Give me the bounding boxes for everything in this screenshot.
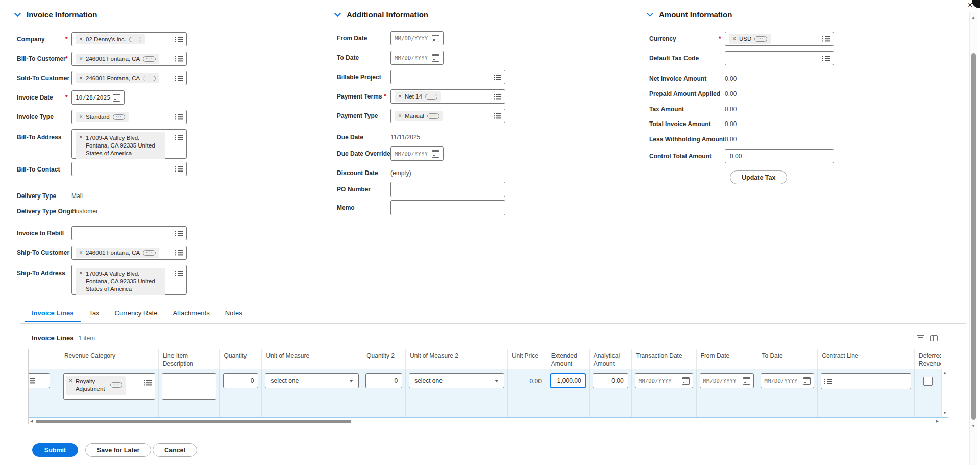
chevron-down-icon[interactable] (334, 10, 341, 17)
tab-currency-rate[interactable]: Currency Rate (115, 309, 158, 322)
scroll-left-icon[interactable]: ◀ (30, 419, 33, 423)
prompt-icon[interactable] (175, 166, 183, 172)
related-actions-icon[interactable]: ··· (143, 76, 156, 81)
row-menu-field[interactable] (29, 373, 50, 388)
line-item-description-input[interactable] (162, 373, 216, 400)
remove-icon[interactable]: × (79, 270, 83, 276)
prompt-icon[interactable] (175, 36, 183, 42)
invoice-to-rebill-field[interactable] (71, 226, 187, 240)
tab-invoice-lines[interactable]: Invoice Lines (32, 309, 74, 322)
horizontal-scroll-thumb[interactable] (36, 420, 351, 423)
scroll-down-icon[interactable]: ▼ (971, 424, 975, 428)
bill-to-customer-field[interactable]: × 246001 Fontana, CA ··· (71, 52, 187, 66)
prompt-icon[interactable] (822, 55, 830, 61)
remove-icon[interactable]: × (79, 36, 83, 42)
remove-icon[interactable]: × (69, 378, 72, 384)
chevron-down-icon[interactable] (14, 10, 21, 17)
related-actions-icon[interactable]: ··· (425, 94, 438, 100)
related-actions-icon[interactable]: ··· (129, 37, 142, 42)
ship-to-customer-field[interactable]: × 246001 Fontana, CA ··· (71, 246, 187, 260)
currency-field[interactable]: × USD ··· (725, 32, 834, 46)
line-to-date-field[interactable]: MM/DD/YYYY (761, 373, 814, 388)
invoice-type-field[interactable]: × Standard ··· (71, 110, 187, 124)
tab-attachments[interactable]: Attachments (173, 309, 209, 322)
analytical-amount-input[interactable] (593, 373, 628, 388)
unit-of-measure-2-select[interactable]: select one (409, 373, 504, 388)
remove-icon[interactable]: × (732, 36, 736, 42)
prompt-icon[interactable] (494, 113, 501, 119)
related-actions-icon[interactable]: ··· (754, 36, 767, 42)
scroll-right-icon[interactable]: ▶ (936, 419, 939, 423)
calendar-icon[interactable] (432, 54, 439, 62)
calendar-icon[interactable] (743, 377, 750, 385)
quantity-input[interactable] (223, 373, 259, 388)
calendar-icon[interactable] (682, 377, 690, 385)
update-tax-button[interactable]: Update Tax (730, 170, 787, 184)
billable-project-field[interactable] (390, 70, 505, 84)
related-actions-icon[interactable]: ··· (113, 114, 126, 120)
related-actions-icon[interactable]: ··· (143, 250, 156, 256)
prompt-icon[interactable] (175, 250, 183, 256)
memo-input[interactable] (390, 200, 505, 215)
prompt-icon[interactable] (175, 230, 183, 236)
remove-icon[interactable]: × (398, 93, 402, 100)
prompt-icon[interactable] (494, 74, 501, 80)
filter-icon[interactable] (917, 335, 924, 341)
invoice-date-field[interactable]: 10/28/2025 (71, 90, 125, 105)
company-field[interactable]: × 02 Denny's Inc. ··· (71, 32, 187, 46)
from-date-field[interactable]: MM/DD/YYYY (390, 31, 444, 45)
remove-icon[interactable]: × (79, 134, 83, 140)
calendar-icon[interactable] (113, 94, 120, 102)
prompt-icon[interactable] (494, 93, 501, 100)
quantity-2-input[interactable] (365, 373, 402, 388)
remove-icon[interactable]: × (79, 75, 83, 81)
calendar-icon[interactable] (803, 377, 811, 385)
remove-icon[interactable]: × (79, 114, 83, 120)
transaction-date-field[interactable]: MM/DD/YYYY (635, 373, 693, 388)
contract-line-field[interactable] (821, 373, 911, 389)
scroll-up-icon[interactable]: ▲ (943, 371, 947, 375)
payment-type-field[interactable]: × Manual ··· (390, 109, 505, 123)
due-date-override-field[interactable]: MM/DD/YYYY (390, 146, 444, 161)
remove-icon[interactable]: × (79, 250, 83, 256)
prompt-icon[interactable] (175, 114, 183, 120)
extended-amount-input[interactable] (550, 373, 586, 388)
related-actions-icon[interactable]: ··· (110, 382, 123, 388)
prompt-icon[interactable] (175, 56, 183, 62)
bill-to-contact-field[interactable] (71, 162, 187, 176)
control-total-amount-input[interactable] (725, 149, 834, 163)
sold-to-customer-field[interactable]: × 246001 Fontana, CA ··· (71, 71, 187, 85)
remove-icon[interactable]: × (398, 113, 402, 119)
deferred-revenue-checkbox[interactable] (923, 377, 933, 386)
prompt-icon[interactable] (144, 380, 152, 386)
tab-notes[interactable]: Notes (225, 309, 242, 322)
expand-icon[interactable] (944, 335, 950, 341)
to-date-field[interactable]: MM/DD/YYYY (390, 51, 444, 65)
cancel-button[interactable]: Cancel (153, 443, 197, 457)
bill-to-address-field[interactable]: × 17009-A Valley Blvd. Fontana, CA 92335… (71, 129, 187, 159)
remove-icon[interactable]: × (79, 56, 83, 62)
calendar-icon[interactable] (432, 35, 439, 42)
prompt-icon[interactable] (822, 36, 830, 42)
payment-terms-field[interactable]: × Net 14 ··· (390, 89, 505, 104)
prompt-icon[interactable] (175, 270, 183, 276)
scroll-up-icon[interactable]: ▲ (971, 15, 975, 20)
submit-button[interactable]: Submit (32, 443, 78, 457)
default-tax-code-field[interactable] (725, 51, 834, 65)
tab-tax[interactable]: Tax (89, 309, 99, 322)
prompt-icon[interactable] (29, 378, 35, 384)
po-number-input[interactable] (390, 182, 505, 197)
prompt-icon[interactable] (175, 134, 183, 140)
ship-to-address-field[interactable]: × 17009-A Valley Blvd. Fontana, CA 92335… (71, 265, 187, 295)
line-from-date-field[interactable]: MM/DD/YYYY (700, 373, 754, 388)
grid-view-icon[interactable] (930, 335, 938, 341)
scroll-down-icon[interactable]: ▼ (943, 411, 947, 415)
chevron-down-icon[interactable] (647, 10, 653, 17)
unit-of-measure-select[interactable]: select one (265, 373, 359, 388)
related-actions-icon[interactable]: ··· (143, 56, 156, 62)
related-actions-icon[interactable]: ··· (427, 113, 440, 119)
save-for-later-button[interactable]: Save for Later (85, 443, 151, 457)
revenue-category-field[interactable]: × Royalty Adjustment ··· (63, 373, 155, 400)
prompt-icon[interactable] (824, 378, 832, 384)
calendar-icon[interactable] (432, 150, 439, 158)
